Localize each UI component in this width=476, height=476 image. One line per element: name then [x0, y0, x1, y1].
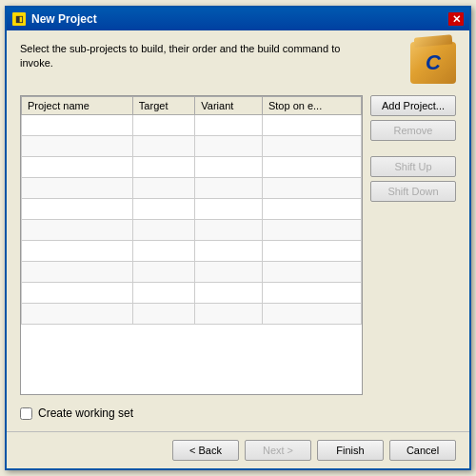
col-target: Target: [132, 97, 194, 115]
projects-table-wrapper: Project name Target Variant Stop on e...: [20, 95, 363, 395]
table-row[interactable]: [22, 283, 362, 304]
dialog-icon: ◧: [12, 12, 26, 26]
table-row[interactable]: [22, 178, 362, 199]
action-buttons: Add Project... Remove Shift Up Shift Dow…: [370, 95, 456, 395]
table-row[interactable]: [22, 241, 362, 262]
col-project-name: Project name: [22, 97, 133, 115]
icon-lid: [414, 34, 453, 47]
col-stop-on-error: Stop on e...: [262, 97, 361, 115]
col-variant: Variant: [195, 97, 263, 115]
header-row: Select the sub-projects to build, their …: [20, 42, 456, 84]
dialog-title: New Project: [31, 12, 97, 26]
dialog-body: Select the sub-projects to build, their …: [7, 30, 469, 431]
table-row[interactable]: [22, 199, 362, 220]
back-button[interactable]: < Back: [172, 440, 239, 461]
close-button[interactable]: ✕: [448, 12, 464, 26]
content-area: Project name Target Variant Stop on e...: [20, 95, 456, 395]
shift-up-button[interactable]: Shift Up: [370, 156, 456, 177]
title-bar: ◧ New Project ✕: [7, 8, 469, 30]
table-row[interactable]: [22, 136, 362, 157]
project-icon: C: [410, 42, 456, 84]
finish-button[interactable]: Finish: [317, 440, 384, 461]
cancel-button[interactable]: Cancel: [389, 440, 456, 461]
table-row[interactable]: [22, 304, 362, 325]
footer: < Back Next > Finish Cancel: [7, 431, 469, 468]
remove-button[interactable]: Remove: [370, 120, 456, 141]
shift-down-button[interactable]: Shift Down: [370, 181, 456, 202]
table-row[interactable]: [22, 115, 362, 136]
icon-letter: C: [426, 50, 441, 75]
table-row[interactable]: [22, 262, 362, 283]
working-set-label: Create working set: [38, 407, 133, 420]
create-working-set-checkbox[interactable]: [20, 407, 32, 420]
next-button[interactable]: Next >: [245, 440, 311, 461]
header-description: Select the sub-projects to build, their …: [20, 42, 363, 71]
dialog-window: ◧ New Project ✕ Select the sub-projects …: [5, 6, 471, 470]
add-project-button[interactable]: Add Project...: [370, 95, 456, 116]
working-set-row: Create working set: [20, 403, 456, 424]
table-row[interactable]: [22, 157, 362, 178]
table-row[interactable]: [22, 220, 362, 241]
projects-table: Project name Target Variant Stop on e...: [21, 96, 362, 325]
